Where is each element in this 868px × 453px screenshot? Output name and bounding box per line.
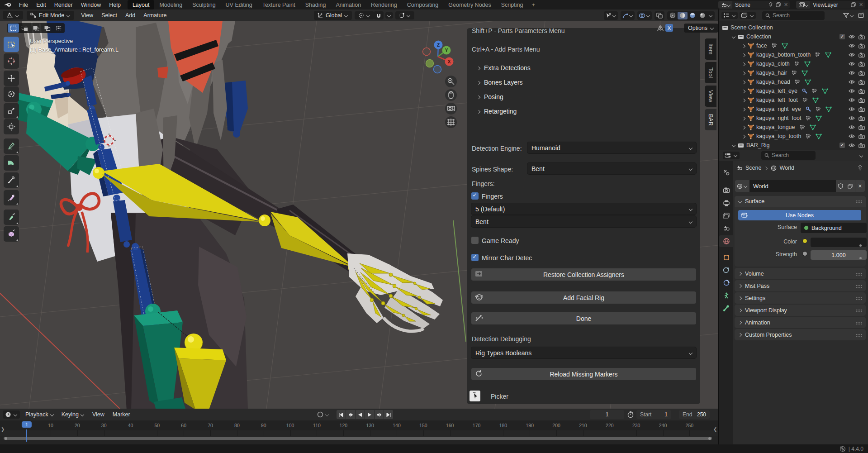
workspace-tab[interactable]: Rendering bbox=[366, 0, 402, 10]
unlink-world-button[interactable]: ✕ bbox=[855, 180, 865, 192]
disable-render-icon[interactable] bbox=[859, 116, 865, 121]
unlink-scene-icon[interactable]: ✕ bbox=[782, 1, 790, 9]
outliner-row[interactable]: Collection ✓ bbox=[719, 32, 868, 41]
workspace-tab[interactable]: Texture Paint bbox=[257, 0, 300, 10]
disable-render-icon[interactable] bbox=[859, 134, 865, 139]
properties-tab-physics[interactable] bbox=[719, 264, 733, 276]
panel-section-header[interactable]: Retargeting bbox=[477, 108, 517, 115]
shading-material[interactable] bbox=[688, 12, 697, 19]
editor-type-button[interactable] bbox=[3, 11, 23, 19]
outliner-row[interactable]: kaguya_tongue bbox=[719, 123, 868, 132]
tool-move[interactable] bbox=[4, 71, 19, 86]
expand-icon[interactable] bbox=[742, 89, 746, 93]
outliner-row[interactable]: Scene Collection bbox=[719, 23, 868, 32]
tool-transform[interactable] bbox=[4, 119, 19, 134]
properties-tab-world[interactable] bbox=[719, 235, 733, 247]
copy-datablock-button[interactable] bbox=[845, 180, 855, 192]
disable-render-icon[interactable] bbox=[859, 143, 865, 148]
mode-selector[interactable]: Edit Mode bbox=[27, 11, 74, 20]
disable-render-icon[interactable] bbox=[859, 71, 865, 76]
color-field[interactable] bbox=[811, 238, 867, 247]
proportional-edit-button[interactable] bbox=[395, 11, 414, 19]
navigation-gizmo[interactable]: Z Y X bbox=[418, 33, 466, 134]
tool-annotate[interactable] bbox=[4, 138, 19, 154]
sidebar-tab[interactable]: Item bbox=[705, 38, 716, 60]
topbar-menu[interactable]: Edit bbox=[32, 1, 50, 9]
hide-eye-icon[interactable] bbox=[849, 116, 855, 120]
properties-tab-scene[interactable] bbox=[719, 223, 733, 234]
tool-bone-envelope[interactable] bbox=[4, 190, 19, 205]
workspace-tab[interactable]: UV Editing bbox=[221, 0, 257, 10]
tool-bone-roll[interactable] bbox=[4, 172, 19, 188]
viewport-menu[interactable]: Add bbox=[121, 11, 139, 20]
game-ready-checkbox[interactable] bbox=[471, 237, 479, 244]
play-button[interactable] bbox=[365, 410, 374, 419]
expand-icon[interactable] bbox=[742, 62, 746, 66]
add-facial-rig-button[interactable]: Add Facial Rig bbox=[471, 291, 696, 304]
topbar-menu[interactable]: Help bbox=[105, 1, 125, 9]
properties-panel-header[interactable]: Volume bbox=[735, 268, 866, 279]
hide-eye-icon[interactable] bbox=[849, 134, 855, 138]
outliner-row[interactable]: face bbox=[719, 41, 868, 50]
jump-to-end-button[interactable] bbox=[384, 410, 393, 419]
color-decorator[interactable] bbox=[859, 244, 862, 247]
disable-render-icon[interactable] bbox=[859, 107, 865, 112]
surface-value-field[interactable]: Background bbox=[801, 223, 867, 233]
auto-keying-toggle[interactable] bbox=[317, 411, 329, 418]
next-keyframe-button[interactable] bbox=[375, 410, 384, 419]
properties-panel-header[interactable]: Animation bbox=[735, 317, 866, 328]
sidebar-tab[interactable]: Tool bbox=[705, 62, 716, 83]
select-mode-invert[interactable] bbox=[42, 24, 53, 33]
selectability-checkbox[interactable]: ✓ bbox=[840, 34, 845, 39]
expand-icon[interactable] bbox=[742, 107, 746, 111]
disable-render-icon[interactable] bbox=[859, 52, 865, 57]
surface-panel-header[interactable]: Surface bbox=[735, 196, 866, 207]
properties-tab-viewlayer[interactable] bbox=[719, 210, 733, 222]
fingers-count-dropdown[interactable]: 5 (Default) bbox=[471, 203, 696, 215]
timeline-menu-view[interactable]: View bbox=[88, 410, 109, 419]
workspace-tab[interactable]: Shading bbox=[300, 0, 331, 10]
topbar-menu[interactable]: Window bbox=[77, 1, 105, 9]
gizmo-neg-x-axis[interactable] bbox=[423, 48, 431, 56]
disable-render-icon[interactable] bbox=[859, 34, 865, 39]
outliner-row[interactable]: kaguya_hair bbox=[719, 68, 868, 77]
tool-extrude-cube[interactable] bbox=[4, 226, 19, 242]
timeline-scrollbar[interactable] bbox=[4, 437, 712, 440]
jump-to-start-button[interactable] bbox=[337, 410, 346, 419]
properties-tab-bone[interactable] bbox=[719, 302, 733, 314]
mirror-x-toggle[interactable]: X bbox=[665, 24, 673, 32]
expand-icon[interactable] bbox=[742, 98, 746, 102]
fingers-checkbox[interactable] bbox=[471, 192, 479, 200]
reload-markers-button[interactable]: Reload Missing Markers bbox=[471, 368, 696, 380]
scene-name[interactable]: Scene bbox=[732, 2, 767, 8]
properties-panel-header[interactable]: Custom Properties bbox=[735, 329, 866, 340]
remove-viewlayer-icon[interactable]: ✕ bbox=[857, 1, 865, 9]
expand-icon[interactable] bbox=[742, 125, 746, 129]
hide-eye-icon[interactable] bbox=[849, 107, 855, 111]
tool-rotate[interactable] bbox=[4, 86, 19, 102]
panel-section-header[interactable]: Bones Layers bbox=[477, 79, 523, 86]
hide-eye-icon[interactable] bbox=[849, 80, 855, 84]
overlays-button[interactable] bbox=[637, 11, 652, 20]
pan-button[interactable] bbox=[445, 89, 457, 101]
breadcrumb-scene[interactable]: Scene bbox=[745, 165, 761, 171]
disable-render-icon[interactable] bbox=[859, 125, 865, 130]
current-frame-field[interactable]: 1 bbox=[590, 410, 624, 419]
sidebar-tab[interactable]: View bbox=[705, 86, 716, 107]
outliner-search[interactable]: Search bbox=[762, 11, 825, 20]
hide-eye-icon[interactable] bbox=[849, 34, 855, 39]
color-socket[interactable] bbox=[802, 238, 807, 243]
axis-gizmo[interactable]: Z Y X bbox=[423, 41, 454, 73]
expand-icon[interactable] bbox=[742, 53, 746, 57]
workspace-tab[interactable]: Layout bbox=[128, 0, 155, 10]
transform-orientation[interactable]: Global bbox=[314, 11, 352, 20]
disable-render-icon[interactable] bbox=[859, 80, 865, 85]
gizmo-neg-z-axis[interactable] bbox=[434, 66, 441, 73]
use-nodes-button[interactable]: Use Nodes bbox=[738, 210, 861, 220]
strength-field[interactable]: 1.000 bbox=[811, 250, 867, 260]
outliner-filter-mode[interactable] bbox=[740, 12, 756, 19]
properties-tab-constraint[interactable] bbox=[719, 277, 733, 289]
properties-tab-output[interactable] bbox=[719, 197, 733, 209]
workspace-tab[interactable]: Sculpting bbox=[187, 0, 220, 10]
mirror-char-checkbox[interactable] bbox=[471, 254, 479, 261]
